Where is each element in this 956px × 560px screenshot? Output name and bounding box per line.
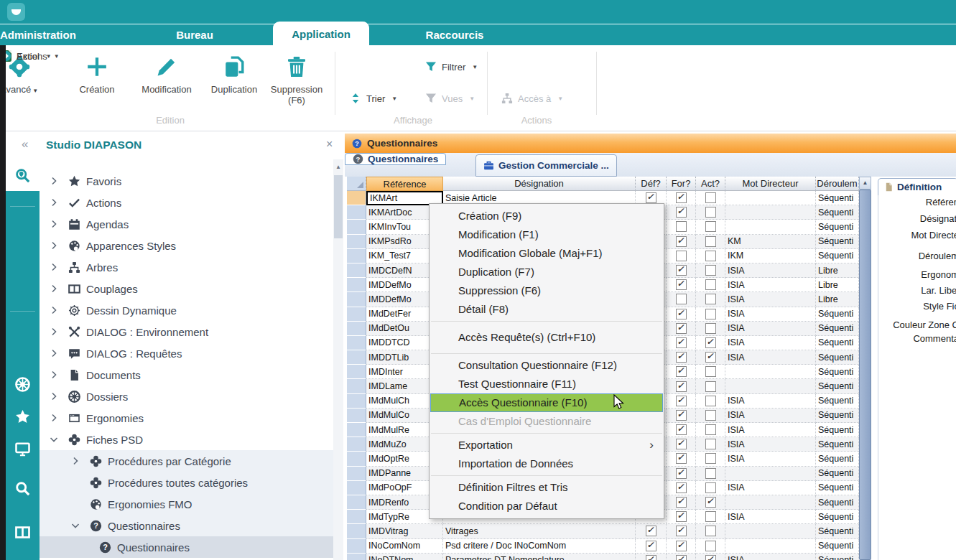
tree-item[interactable]: ? Questionnaires [40, 536, 333, 558]
checkbox[interactable] [676, 410, 687, 421]
tree-item[interactable]: Favoris [40, 170, 333, 192]
checkbox[interactable] [676, 511, 687, 522]
checkbox[interactable] [705, 439, 716, 449]
cell-for[interactable] [667, 263, 696, 278]
checkbox[interactable] [705, 453, 716, 464]
cell-deroulement[interactable]: Séquenti [816, 322, 859, 336]
tree-item[interactable]: DIALOG : Environnement [40, 321, 333, 342]
context-menu-item[interactable]: Définition Filtres et Tris [430, 478, 664, 497]
chevron-right-icon[interactable] [47, 327, 60, 337]
cell-mot-directeur[interactable]: ISIA [725, 437, 816, 452]
cell-deroulement[interactable]: Séquenti [816, 205, 859, 220]
checkbox[interactable] [676, 221, 687, 232]
definition-panel-tab[interactable]: Définition [878, 178, 956, 195]
checkbox[interactable] [676, 396, 687, 406]
checkbox[interactable] [676, 453, 687, 464]
cell-for[interactable] [667, 394, 696, 409]
cell-deroulement[interactable]: Séquenti [816, 409, 859, 423]
cell-deroulement[interactable]: Séquenti [816, 423, 859, 437]
cell-act[interactable] [696, 452, 725, 466]
cell-def[interactable] [636, 524, 667, 538]
cell-mot-directeur[interactable]: ISIA [725, 409, 816, 423]
checkbox[interactable] [676, 482, 687, 493]
table-scrollbar[interactable]: ▲ [859, 177, 871, 560]
checkbox[interactable] [676, 265, 687, 276]
cell-act[interactable] [696, 278, 725, 292]
cell-deroulement[interactable]: Séquenti [816, 220, 859, 234]
cell-for[interactable] [667, 510, 696, 524]
checkbox[interactable] [676, 192, 687, 203]
cell-deroulement[interactable]: Séquenti [816, 379, 859, 393]
tree-item[interactable]: Procédures par Catégorie [40, 450, 333, 472]
context-menu-item[interactable]: Exportation [430, 436, 664, 454]
cell-mot-directeur[interactable] [725, 365, 816, 379]
cell-deroulement[interactable]: Libre [816, 263, 859, 278]
rail-button[interactable] [6, 472, 40, 504]
cell-deroulement[interactable]: Séquenti [816, 365, 859, 379]
ribbon-big-button[interactable]: Duplication [204, 56, 264, 95]
chevron-right-icon[interactable] [47, 262, 60, 272]
rail-button[interactable] [6, 368, 40, 400]
cell-mot-directeur[interactable]: ISIA [725, 481, 816, 495]
cell-for[interactable] [667, 379, 696, 393]
row-selector[interactable] [347, 191, 366, 205]
row-selector[interactable] [347, 336, 366, 350]
chevron-down-icon[interactable] [47, 434, 60, 444]
checkbox[interactable] [705, 410, 716, 421]
checkbox[interactable] [705, 482, 716, 493]
cell-mot-directeur[interactable] [725, 467, 816, 481]
tree-item[interactable]: Apparences Styles [40, 235, 333, 256]
cell-deroulement[interactable]: Séquenti [816, 554, 859, 560]
checkbox[interactable] [705, 526, 716, 536]
checkbox[interactable] [705, 236, 716, 247]
cell-mot-directeur[interactable]: KM [725, 235, 816, 249]
cell-mot-directeur[interactable]: ISIA [725, 263, 816, 278]
cell-for[interactable] [667, 437, 696, 452]
checkbox[interactable] [676, 337, 687, 348]
checkbox[interactable] [646, 526, 656, 536]
cell-mot-directeur[interactable]: ISIA [725, 336, 816, 350]
chevron-right-icon[interactable] [47, 197, 60, 207]
checkbox[interactable] [676, 294, 687, 304]
checkbox[interactable] [705, 468, 716, 479]
row-selector[interactable] [347, 307, 366, 322]
tree-item[interactable]: ? Questionnaires [40, 515, 333, 536]
ribbon-small-button[interactable]: Trier [350, 88, 397, 109]
context-menu-item[interactable]: Modification Globale (Maj+F1) [430, 244, 664, 263]
cell-deroulement[interactable]: Séquenti [816, 249, 859, 263]
tree-item[interactable]: Ergonomies FMO [40, 493, 333, 515]
cell-mot-directeur[interactable]: ISIA [725, 554, 816, 560]
cell-for[interactable] [667, 524, 696, 538]
ribbon-small-button[interactable]: Accès à [501, 88, 563, 109]
app-logo-icon[interactable] [7, 3, 25, 21]
row-selector[interactable] [347, 249, 366, 263]
ribbon-tab[interactable]: Raccourcis [388, 24, 521, 45]
tree-item[interactable]: Dossiers [40, 386, 333, 407]
checkbox[interactable] [676, 381, 687, 392]
row-selector[interactable] [347, 437, 366, 452]
select-all-corner[interactable] [347, 177, 366, 191]
table-row[interactable]: INoDTNom Parametres DT Nomenclature ISIA… [347, 554, 859, 560]
checkbox[interactable] [705, 337, 716, 348]
cell-deroulement[interactable]: Séquenti [816, 510, 859, 524]
cell-deroulement[interactable]: Séquenti [816, 481, 859, 495]
row-selector[interactable] [347, 423, 366, 437]
tree-item[interactable]: Fiches PSD [40, 429, 333, 450]
table-row[interactable]: INoComNom Psd critere / Doc INoComNom Sé… [347, 539, 859, 554]
cell-deroulement[interactable]: Séquenti [816, 307, 859, 322]
column-header-for[interactable]: For? [667, 177, 696, 191]
cell-act[interactable] [696, 307, 725, 322]
cell-deroulement[interactable]: Séquenti [816, 191, 859, 205]
cell-for[interactable] [667, 220, 696, 234]
collapse-sidebar-icon[interactable]: « [22, 137, 28, 151]
cell-act[interactable] [696, 249, 725, 263]
cell-for[interactable] [667, 191, 696, 205]
scroll-up-icon[interactable]: ▲ [859, 177, 871, 190]
chevron-right-icon[interactable] [47, 413, 60, 423]
ribbon-tab[interactable]: Application [273, 22, 369, 45]
ribbon-small-button[interactable]: Actions [0, 45, 60, 67]
checkbox[interactable] [676, 541, 687, 551]
row-selector[interactable] [347, 205, 366, 220]
checkbox[interactable] [705, 251, 716, 261]
row-selector[interactable] [347, 350, 366, 365]
